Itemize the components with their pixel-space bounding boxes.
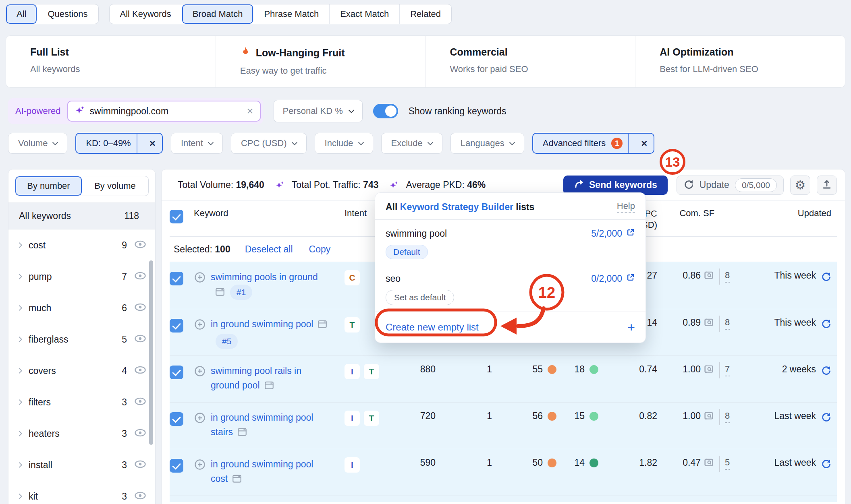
clear-search-icon[interactable]: × [247, 105, 253, 117]
tab-exact-match[interactable]: Exact Match [330, 4, 400, 24]
filter-exclude[interactable]: Exclude [381, 133, 442, 154]
filter-languages[interactable]: Languages [450, 133, 524, 154]
serp-features-count[interactable]: 8 [725, 317, 730, 330]
show-ranking-keywords-toggle[interactable] [373, 104, 398, 118]
eye-icon[interactable] [134, 334, 146, 345]
add-to-list-icon[interactable] [194, 459, 206, 496]
serp-features-icon[interactable] [232, 473, 242, 488]
refresh-icon[interactable] [821, 318, 831, 355]
remove-kd-filter-icon[interactable]: × [143, 137, 162, 150]
tab-all[interactable]: All [6, 4, 37, 24]
list-item[interactable]: seo 0/2,000 [375, 265, 646, 287]
column-header-updated[interactable]: Updated [743, 208, 837, 219]
row-checkbox[interactable] [170, 459, 183, 473]
serp-features-icon[interactable] [264, 380, 274, 395]
tab-phrase-match[interactable]: Phrase Match [253, 4, 330, 24]
sidebar-all-keywords[interactable]: All keywords118 [8, 203, 155, 229]
eye-icon[interactable] [134, 491, 146, 502]
eye-icon[interactable] [134, 271, 146, 282]
sidebar-tab-by-number[interactable]: By number [15, 176, 82, 196]
sidebar-group-filters[interactable]: filters3 [8, 386, 155, 418]
sidebar-scrollbar[interactable] [149, 260, 153, 445]
eye-icon[interactable] [134, 303, 146, 314]
send-keywords-button[interactable]: Send keywords [563, 176, 668, 195]
serp-features-count[interactable]: 7 [725, 364, 730, 376]
update-button[interactable]: Update 0/5,000 [677, 176, 784, 195]
help-link[interactable]: Help [617, 201, 635, 213]
refresh-icon[interactable] [821, 271, 831, 309]
row-checkbox[interactable] [170, 412, 183, 426]
serp-preview-icon[interactable] [703, 270, 714, 282]
refresh-icon[interactable] [821, 411, 831, 449]
plus-icon[interactable]: + [627, 321, 635, 334]
sidebar-group-install[interactable]: install3 [8, 449, 155, 481]
tab-questions[interactable]: Questions [37, 4, 98, 24]
column-header-com[interactable]: Com. [657, 208, 701, 219]
filter-kd[interactable]: KD: 0–49% × [75, 133, 162, 154]
row-checkbox[interactable] [170, 272, 183, 285]
remove-advanced-filters-icon[interactable]: × [635, 137, 654, 150]
list-item[interactable]: swimming pool 5/2,000 [375, 220, 646, 242]
keyword-link[interactable]: swimming pool rails in ground pool [211, 366, 301, 390]
eye-icon[interactable] [134, 397, 146, 408]
filter-intent[interactable]: Intent [171, 133, 223, 154]
card-ai-optimization[interactable]: AI Optimization Best for LLM-driven SEO [635, 36, 845, 87]
sidebar-group-pump[interactable]: pump7 [8, 261, 155, 292]
keyword-link[interactable]: in ground swimming pool cost [211, 459, 313, 484]
serp-features-count[interactable]: 8 [725, 270, 730, 283]
sidebar-group-much[interactable]: much6 [8, 292, 155, 324]
search-input[interactable]: swimmingpool.com × [67, 101, 261, 122]
tab-all-keywords[interactable]: All Keywords [110, 4, 182, 24]
eye-icon[interactable] [134, 240, 146, 251]
sidebar-tab-by-volume[interactable]: By volume [82, 176, 148, 196]
filter-include[interactable]: Include [315, 133, 373, 154]
serp-features-icon[interactable] [317, 319, 328, 334]
personal-kd-select[interactable]: Personal KD % [274, 100, 363, 122]
serp-features-icon[interactable] [215, 287, 225, 302]
filter-volume[interactable]: Volume [8, 133, 67, 154]
sidebar-group-heaters[interactable]: heaters3 [8, 418, 155, 449]
set-as-default-button[interactable]: Set as default [386, 290, 454, 305]
serp-preview-icon[interactable] [703, 457, 714, 469]
card-low-hanging-fruit[interactable]: Low-Hanging Fruit Easy way to get traffi… [216, 36, 426, 87]
filter-advanced[interactable]: Advanced filters 1 × [532, 133, 655, 154]
row-checkbox[interactable] [170, 366, 183, 379]
serp-features-count[interactable]: 8 [725, 411, 730, 423]
sidebar-group-fiberglass[interactable]: fiberglass5 [8, 324, 155, 355]
serp-features-count[interactable]: 5 [725, 457, 730, 470]
add-to-list-icon[interactable] [194, 318, 206, 355]
column-header-sf[interactable]: SF [701, 208, 743, 219]
keyword-link[interactable]: in ground swimming pool stairs [211, 412, 313, 437]
serp-features-icon[interactable] [237, 427, 247, 442]
eye-icon[interactable] [134, 460, 146, 471]
filter-cpc[interactable]: CPC (USD) [231, 133, 307, 154]
keyword-link[interactable]: in ground swimming pool [211, 319, 313, 329]
add-to-list-icon[interactable] [194, 271, 206, 309]
refresh-icon[interactable] [821, 458, 831, 496]
column-header-keyword[interactable]: Keyword [194, 208, 339, 219]
add-to-list-icon[interactable] [194, 365, 206, 402]
create-new-empty-list-link[interactable]: Create new empty list [386, 322, 479, 333]
select-all-checkbox[interactable] [170, 210, 183, 223]
eye-icon[interactable] [134, 428, 146, 439]
tab-broad-match[interactable]: Broad Match [182, 4, 254, 24]
card-commercial[interactable]: Commercial Works for paid SEO [426, 36, 636, 87]
eye-icon[interactable] [134, 366, 146, 376]
list-quota-link[interactable]: 5/2,000 [591, 228, 635, 239]
row-checkbox[interactable] [170, 319, 183, 333]
copy-link[interactable]: Copy [309, 244, 331, 255]
refresh-icon[interactable] [821, 365, 831, 402]
add-to-list-icon[interactable] [194, 412, 206, 449]
ksb-link[interactable]: Keyword Strategy Builder [400, 202, 513, 212]
sidebar-group-kit[interactable]: kit3 [8, 481, 155, 504]
serp-preview-icon[interactable] [703, 411, 714, 423]
tab-related[interactable]: Related [400, 4, 451, 24]
serp-preview-icon[interactable] [703, 317, 714, 329]
serp-preview-icon[interactable] [703, 364, 714, 376]
export-button[interactable] [817, 176, 837, 195]
deselect-all-link[interactable]: Deselect all [245, 244, 293, 255]
card-full-list[interactable]: Full List All keywords [6, 36, 216, 87]
settings-button[interactable]: ⚙ [790, 176, 810, 195]
sidebar-group-covers[interactable]: covers4 [8, 355, 155, 386]
keyword-link[interactable]: swimming pools in ground [211, 272, 318, 282]
